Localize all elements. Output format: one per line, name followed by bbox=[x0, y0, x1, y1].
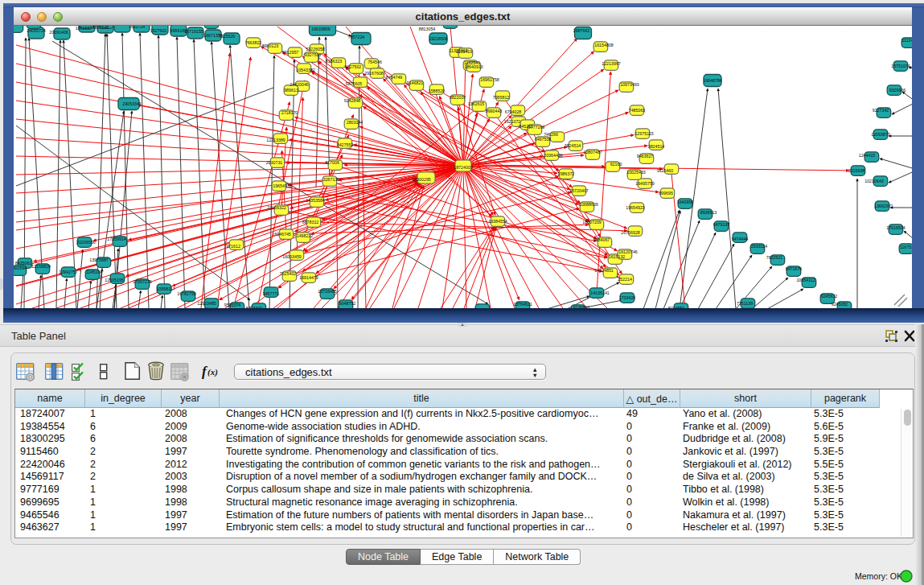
svg-text:12213967: 12213967 bbox=[602, 61, 621, 66]
svg-text:18640910: 18640910 bbox=[464, 64, 483, 69]
svg-text:17957275: 17957275 bbox=[133, 279, 152, 284]
svg-text:13975887: 13975887 bbox=[89, 257, 109, 262]
svg-text:19654931: 19654931 bbox=[273, 183, 292, 188]
svg-text:10719155: 10719155 bbox=[184, 29, 203, 34]
svg-text:989613: 989613 bbox=[284, 88, 298, 93]
svg-text:9327503: 9327503 bbox=[305, 52, 322, 57]
svg-text:3215938: 3215938 bbox=[848, 168, 865, 173]
svg-text:7515526: 7515526 bbox=[219, 34, 236, 39]
svg-text:1640956: 1640956 bbox=[677, 200, 694, 204]
svg-text:10654112: 10654112 bbox=[796, 278, 815, 282]
svg-text:12923485: 12923485 bbox=[197, 301, 216, 306]
svg-text:8471676: 8471676 bbox=[786, 266, 803, 271]
svg-text:18807209: 18807209 bbox=[582, 220, 602, 225]
svg-text:1167534: 1167534 bbox=[900, 245, 912, 249]
svg-text:17359914: 17359914 bbox=[107, 237, 126, 241]
svg-text:15751074: 15751074 bbox=[891, 64, 910, 68]
svg-text:12942757: 12942757 bbox=[59, 270, 78, 274]
svg-text:9115460: 9115460 bbox=[657, 168, 673, 173]
svg-text:13764621: 13764621 bbox=[513, 302, 532, 307]
svg-text:9595374: 9595374 bbox=[224, 303, 241, 307]
svg-text:8938913: 8938913 bbox=[700, 210, 717, 215]
svg-text:817006: 817006 bbox=[325, 160, 339, 165]
svg-text:7485063: 7485063 bbox=[629, 108, 646, 113]
svg-text:9245632: 9245632 bbox=[821, 294, 838, 299]
svg-text:15716485: 15716485 bbox=[318, 289, 337, 294]
svg-text:2030731: 2030731 bbox=[266, 160, 283, 165]
svg-text:10025433: 10025433 bbox=[626, 170, 646, 175]
svg-text:2687662: 2687662 bbox=[573, 28, 590, 33]
svg-text:9242848: 9242848 bbox=[344, 98, 361, 103]
svg-text:16914479: 16914479 bbox=[299, 275, 318, 280]
svg-text:746266: 746266 bbox=[544, 132, 558, 137]
svg-text:20364436: 20364436 bbox=[544, 153, 563, 158]
svg-text:9329966: 9329966 bbox=[889, 88, 906, 93]
svg-text:10543382: 10543382 bbox=[296, 68, 315, 72]
svg-text:19166322: 19166322 bbox=[267, 205, 286, 210]
svg-text:12213389: 12213389 bbox=[266, 138, 285, 142]
svg-text:7663822: 7663822 bbox=[245, 40, 262, 45]
svg-text:10688609: 10688609 bbox=[579, 202, 598, 207]
svg-text:252214: 252214 bbox=[618, 277, 632, 282]
svg-text:9227342: 9227342 bbox=[873, 108, 889, 113]
svg-text:1615132: 1615132 bbox=[609, 254, 626, 259]
svg-text:16961758: 16961758 bbox=[480, 77, 499, 82]
svg-text:1861937: 1861937 bbox=[76, 26, 92, 31]
svg-text:9457771: 9457771 bbox=[263, 291, 280, 296]
svg-text:24055724: 24055724 bbox=[27, 28, 46, 33]
svg-text:12093877: 12093877 bbox=[871, 132, 890, 137]
svg-text:8223341: 8223341 bbox=[246, 306, 263, 308]
svg-text:899695: 899695 bbox=[659, 191, 673, 196]
svg-text:9327502: 9327502 bbox=[345, 64, 362, 69]
svg-text:12156829: 12156829 bbox=[31, 264, 51, 269]
svg-text:16046745: 16046745 bbox=[272, 232, 291, 237]
svg-text:(x): (x) bbox=[207, 367, 218, 377]
svg-text:19218506: 19218506 bbox=[429, 36, 448, 41]
svg-text:9084067: 9084067 bbox=[593, 237, 610, 242]
svg-text:62160: 62160 bbox=[610, 162, 622, 167]
svg-text:3824514: 3824514 bbox=[565, 143, 581, 148]
svg-text:6479197: 6479197 bbox=[713, 222, 730, 227]
svg-text:14136141: 14136141 bbox=[590, 290, 610, 295]
svg-text:10653267: 10653267 bbox=[111, 26, 130, 27]
svg-text:1145194: 1145194 bbox=[86, 270, 102, 274]
svg-text:18724007: 18724007 bbox=[454, 165, 473, 170]
svg-text:10973493: 10973493 bbox=[620, 82, 639, 87]
svg-text:9463627: 9463627 bbox=[637, 154, 654, 159]
svg-text:754546: 754546 bbox=[368, 60, 382, 64]
svg-text:9245082: 9245082 bbox=[832, 302, 848, 307]
svg-text:9474444: 9474444 bbox=[732, 237, 749, 241]
svg-text:16782759: 16782759 bbox=[177, 291, 196, 296]
svg-text:7857224: 7857224 bbox=[348, 35, 365, 39]
svg-text:8990443: 8990443 bbox=[486, 109, 503, 113]
svg-text:12975115: 12975115 bbox=[634, 131, 653, 136]
svg-text:19384554: 19384554 bbox=[488, 219, 507, 224]
svg-text:13692971: 13692971 bbox=[874, 204, 893, 208]
svg-text:8960123: 8960123 bbox=[262, 43, 279, 48]
svg-text:7625402: 7625402 bbox=[280, 271, 297, 276]
svg-text:2803144: 2803144 bbox=[347, 120, 363, 125]
svg-text:3824514: 3824514 bbox=[648, 144, 665, 149]
svg-text:20206556: 20206556 bbox=[76, 240, 96, 245]
svg-text:15720407: 15720407 bbox=[569, 188, 589, 193]
svg-text:12505195: 12505195 bbox=[105, 278, 124, 282]
svg-text:17016504: 17016504 bbox=[886, 225, 906, 230]
svg-text:6794028: 6794028 bbox=[505, 109, 522, 114]
svg-text:16093459: 16093459 bbox=[282, 254, 302, 259]
svg-text:8912957: 8912957 bbox=[282, 50, 299, 55]
svg-text:1244415: 1244415 bbox=[859, 153, 876, 158]
svg-text:971612: 971612 bbox=[226, 244, 240, 249]
svg-text:9146821: 9146821 bbox=[407, 80, 424, 85]
svg-text:7955812: 7955812 bbox=[493, 95, 510, 100]
svg-text:16154808: 16154808 bbox=[594, 43, 614, 47]
svg-text:20691406: 20691406 bbox=[49, 30, 68, 35]
svg-text:3822037: 3822037 bbox=[450, 95, 466, 100]
svg-text:1527602: 1527602 bbox=[150, 28, 167, 33]
svg-text:16495759: 16495759 bbox=[635, 181, 655, 186]
svg-text:29167608: 29167608 bbox=[364, 71, 384, 76]
svg-text:6497508: 6497508 bbox=[535, 137, 552, 142]
svg-text:9136803: 9136803 bbox=[573, 305, 590, 308]
svg-text:10958117: 10958117 bbox=[156, 286, 175, 291]
svg-text:2986372: 2986372 bbox=[558, 171, 575, 176]
svg-text:2718170: 2718170 bbox=[281, 110, 298, 115]
